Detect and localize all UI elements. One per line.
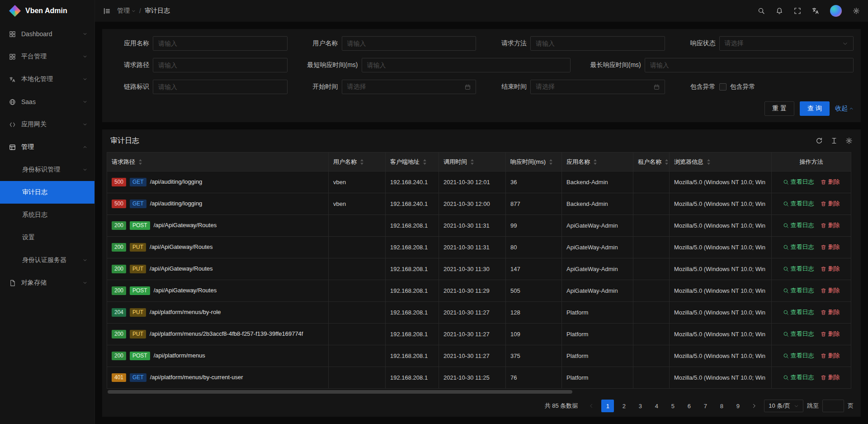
user-avatar[interactable] [830, 5, 842, 17]
search-icon[interactable] [758, 7, 765, 14]
translate-icon[interactable] [812, 7, 819, 14]
column-header-response-time[interactable]: 响应时间(ms) [506, 152, 562, 172]
end-time-date-picker[interactable]: 请选择 [530, 80, 665, 94]
trace-id-input[interactable] [153, 80, 288, 94]
sidebar-item-app-gateway[interactable]: 应用网关 [0, 113, 94, 136]
view-log-button[interactable]: 查看日志 [783, 200, 814, 208]
view-log-button[interactable]: 查看日志 [783, 373, 814, 381]
sidebar-subitem-auth-server[interactable]: 身份认证服务器 [0, 249, 94, 272]
column-header-app-name[interactable]: 应用名称 [562, 152, 633, 172]
response-time-cell: 99 [506, 215, 562, 237]
sidebar-subitem-identity-management[interactable]: 身份标识管理 [0, 158, 94, 181]
min-response-time-input[interactable] [362, 58, 571, 72]
sidebar-item-localization-management[interactable]: 本地化管理 [0, 68, 94, 91]
scrollbar-thumb[interactable] [108, 390, 572, 394]
page-button-4[interactable]: 4 [650, 400, 663, 412]
column-settings-icon[interactable] [845, 137, 853, 144]
column-title: 请求路径 [112, 158, 135, 166]
chevron-down-icon [83, 77, 87, 81]
request-path-input[interactable] [153, 58, 288, 72]
sidebar-subitem-audit-log[interactable]: 审计日志 [0, 181, 94, 204]
table-row: 500GET/api/auditing/loggingvben192.168.2… [107, 193, 851, 215]
view-log-button[interactable]: 查看日志 [783, 178, 814, 186]
page-button-1[interactable]: 1 [601, 400, 614, 412]
column-height-icon[interactable] [830, 137, 838, 144]
view-log-button[interactable]: 查看日志 [783, 352, 814, 360]
page-size-select[interactable]: 10 条/页 [764, 400, 803, 412]
horizontal-scrollbar[interactable] [107, 390, 856, 394]
prev-page-button[interactable] [585, 400, 598, 412]
menu-fold-icon[interactable] [103, 7, 111, 15]
sidebar-item-saas[interactable]: Saas [0, 91, 94, 113]
column-header-user-name[interactable]: 用户名称 [329, 152, 386, 172]
user-name-input[interactable] [342, 36, 476, 51]
sidebar-subitem-settings[interactable]: 设置 [0, 226, 94, 249]
trash-icon [821, 179, 826, 185]
delete-label: 删除 [828, 200, 840, 208]
bell-icon[interactable] [776, 7, 783, 14]
delete-button[interactable]: 删除 [821, 373, 840, 381]
sidebar-item-label: 平台管理 [21, 52, 83, 61]
request-path-cell: 200PUT/api/platform/menus/2b3accf8-4fb8-… [107, 324, 329, 345]
sidebar-subitem-system-log[interactable]: 系统日志 [0, 204, 94, 226]
delete-button[interactable]: 删除 [821, 308, 840, 316]
browser-info-cell: Mozilla/5.0 (Windows NT 10.0; Win [670, 172, 772, 193]
delete-button[interactable]: 删除 [821, 352, 840, 360]
request-path-text: /api/ApiGateway/Routes [150, 243, 212, 250]
delete-button[interactable]: 删除 [821, 243, 840, 251]
column-header-tenant-name[interactable]: 租户名称 [633, 152, 670, 172]
field-label: 请求路径 [109, 61, 149, 69]
page-button-5[interactable]: 5 [666, 400, 679, 412]
column-header-call-time[interactable]: 调用时间 [439, 152, 506, 172]
page-button-2[interactable]: 2 [618, 400, 630, 412]
view-log-button[interactable]: 查看日志 [783, 221, 814, 229]
page-button-7[interactable]: 7 [699, 400, 712, 412]
breadcrumb-root[interactable]: 管理 [117, 7, 136, 15]
response-time-cell: 36 [506, 172, 562, 193]
view-log-button[interactable]: 查看日志 [783, 286, 814, 295]
column-header-browser-info[interactable]: 浏览器信息 [670, 152, 772, 172]
sidebar-item-platform-management[interactable]: 平台管理 [0, 45, 94, 68]
collapse-link[interactable]: 收起 [835, 105, 854, 113]
view-log-label: 查看日志 [791, 330, 814, 338]
magnifier-icon [783, 310, 789, 315]
page-button-6[interactable]: 6 [683, 400, 695, 412]
delete-button[interactable]: 删除 [821, 200, 840, 208]
view-log-button[interactable]: 查看日志 [783, 308, 814, 316]
jump-page-input[interactable] [822, 400, 844, 412]
filter-field-end-time: 结束时间请选择 [487, 80, 665, 94]
page-button-8[interactable]: 8 [715, 400, 728, 412]
max-response-time-input[interactable] [645, 58, 854, 72]
refresh-icon[interactable] [816, 137, 823, 144]
sidebar-item-dashboard[interactable]: Dashboard [0, 23, 94, 45]
search-button[interactable]: 查 询 [800, 101, 830, 116]
delete-button[interactable]: 删除 [821, 178, 840, 186]
sidebar-item-object-storage[interactable]: 对象存储 [0, 272, 94, 294]
filter-fields: 应用名称用户名称请求方法响应状态请选择请求路径最短响应时间(ms)最长响应时间(… [109, 36, 854, 94]
view-log-button[interactable]: 查看日志 [783, 243, 814, 251]
page-button-9[interactable]: 9 [731, 400, 744, 412]
include-exception-checkbox[interactable] [719, 83, 726, 91]
request-method-input[interactable] [530, 36, 665, 51]
column-header-client-ip[interactable]: 客户端地址 [386, 152, 439, 172]
delete-button[interactable]: 删除 [821, 265, 840, 273]
delete-button[interactable]: 删除 [821, 330, 840, 338]
sidebar-item-management[interactable]: 管理 [0, 136, 94, 158]
page-button-3[interactable]: 3 [634, 400, 646, 412]
reset-button[interactable]: 重 置 [764, 101, 794, 116]
trash-icon [821, 244, 826, 250]
delete-button[interactable]: 删除 [821, 286, 840, 295]
view-log-button[interactable]: 查看日志 [783, 265, 814, 273]
start-time-date-picker[interactable]: 请选择 [342, 80, 476, 94]
fullscreen-icon[interactable] [794, 7, 801, 14]
placeholder-text: 请选择 [725, 39, 744, 48]
app-name-input[interactable] [153, 36, 288, 51]
column-header-request-path[interactable]: 请求路径 [107, 152, 329, 172]
next-page-button[interactable] [748, 400, 760, 412]
settings-icon[interactable] [853, 7, 860, 14]
delete-label: 删除 [828, 243, 840, 251]
view-log-button[interactable]: 查看日志 [783, 330, 814, 338]
app-logo[interactable]: Vben Admin [0, 0, 94, 22]
delete-button[interactable]: 删除 [821, 221, 840, 229]
response-status-select[interactable]: 请选择 [719, 36, 854, 51]
